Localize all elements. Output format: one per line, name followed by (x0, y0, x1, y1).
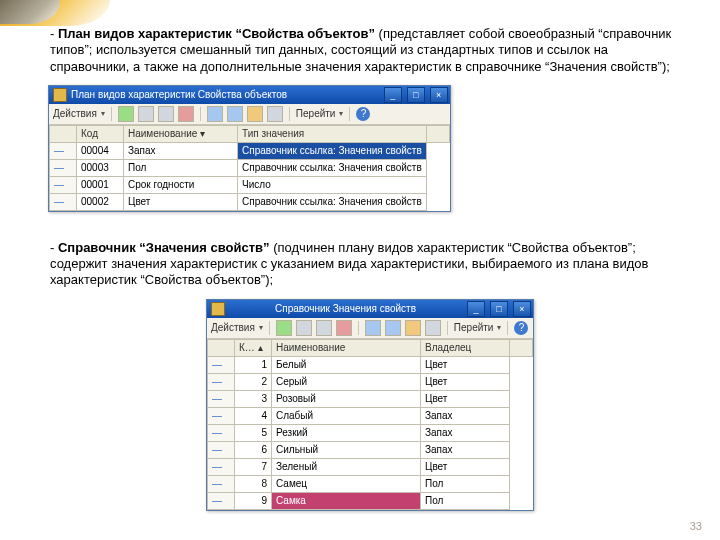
cell-type: Справочник ссылка: Значения свойств (238, 142, 427, 159)
minimize-button[interactable]: _ (384, 87, 402, 103)
cell-code: 2 (235, 373, 272, 390)
row-marker-icon: — (208, 373, 235, 390)
table-row[interactable]: —2СерыйЦвет (208, 373, 533, 390)
maximize-button[interactable]: □ (490, 301, 508, 317)
cell-name: Белый (272, 356, 421, 373)
view-icon[interactable] (247, 106, 263, 122)
app-icon (211, 302, 225, 316)
titlebar[interactable]: План видов характеристик Свойства объект… (49, 86, 450, 104)
table-row[interactable]: —1БелыйЦвет (208, 356, 533, 373)
delete-icon[interactable] (178, 106, 194, 122)
para2-title: Справочник “Значения свойств” (58, 240, 270, 255)
cell-name: Самец (272, 475, 421, 492)
col-owner[interactable]: Владелец (421, 339, 510, 356)
table-row[interactable]: —00004ЗапахСправочник ссылка: Значения с… (50, 142, 450, 159)
chevron-down-icon: ▾ (101, 109, 105, 118)
edit-icon[interactable] (138, 106, 154, 122)
cell-name: Розовый (272, 390, 421, 407)
cell-name: Зеленый (272, 458, 421, 475)
view-icon[interactable] (405, 320, 421, 336)
delete-icon[interactable] (336, 320, 352, 336)
toolbar: Действия ▾ Перейти ▾ ? (207, 318, 533, 339)
table-row[interactable]: —8СамецПол (208, 475, 533, 492)
cell-owner: Запах (421, 407, 510, 424)
cell-owner: Запах (421, 441, 510, 458)
row-marker-icon: — (208, 492, 235, 509)
col-name[interactable]: Наименование ▾ (124, 125, 238, 142)
scrollbar[interactable] (510, 339, 533, 356)
table-row[interactable]: —5РезкийЗапах (208, 424, 533, 441)
help-icon[interactable]: ? (514, 321, 528, 335)
cell-owner: Пол (421, 492, 510, 509)
filter-icon[interactable] (207, 106, 223, 122)
header-row: Код Наименование ▾ Тип значения (50, 125, 450, 142)
cell-owner: Цвет (421, 373, 510, 390)
col-name[interactable]: Наименование (272, 339, 421, 356)
chevron-down-icon: ▾ (497, 323, 501, 332)
hierarchy-icon[interactable] (365, 320, 381, 336)
row-marker-icon: — (50, 159, 77, 176)
cell-name: Сильный (272, 441, 421, 458)
table-row[interactable]: —4СлабыйЗапах (208, 407, 533, 424)
grid-plan-types[interactable]: Код Наименование ▾ Тип значения —00004За… (49, 125, 450, 211)
para1-title: План видов характеристик “Свойства объек… (58, 26, 375, 41)
row-marker-icon: — (50, 142, 77, 159)
cell-code: 00002 (77, 193, 124, 210)
window-values: Справочник Значения свойств _ □ × Действ… (206, 299, 534, 511)
sort-icon[interactable] (227, 106, 243, 122)
edit-icon[interactable] (296, 320, 312, 336)
toolbar: Действия ▾ Перейти ▾ ? (49, 104, 450, 125)
table-row[interactable]: —7ЗеленыйЦвет (208, 458, 533, 475)
refresh-icon[interactable] (425, 320, 441, 336)
col-code[interactable]: К… ▴ (235, 339, 272, 356)
col-code[interactable]: Код (77, 125, 124, 142)
add-icon[interactable] (276, 320, 292, 336)
row-marker-icon: — (50, 176, 77, 193)
grid-values[interactable]: К… ▴ Наименование Владелец —1БелыйЦвет—2… (207, 339, 533, 510)
cell-name: Срок годности (124, 176, 238, 193)
help-icon[interactable]: ? (356, 107, 370, 121)
cell-code: 00004 (77, 142, 124, 159)
paragraph-2: - Справочник “Значения свойств” (подчине… (50, 240, 690, 289)
filter-icon[interactable] (385, 320, 401, 336)
page-number: 33 (690, 520, 702, 532)
slide-content: - План видов характеристик “Свойства объ… (50, 26, 690, 511)
paragraph-1: - План видов характеристик “Свойства объ… (50, 26, 690, 75)
cell-owner: Цвет (421, 390, 510, 407)
scrollbar[interactable] (426, 125, 449, 142)
minimize-button[interactable]: _ (467, 301, 485, 317)
table-row[interactable]: —00003ПолСправочник ссылка: Значения сво… (50, 159, 450, 176)
refresh-icon[interactable] (267, 106, 283, 122)
cell-owner: Пол (421, 475, 510, 492)
actions-menu[interactable]: Действия (53, 108, 97, 119)
table-row[interactable]: —00001Срок годностиЧисло (50, 176, 450, 193)
maximize-button[interactable]: □ (407, 87, 425, 103)
jump-menu[interactable]: Перейти (296, 108, 336, 119)
cell-name: Пол (124, 159, 238, 176)
copy-icon[interactable] (316, 320, 332, 336)
table-row[interactable]: —9СамкаПол (208, 492, 533, 509)
close-button[interactable]: × (513, 301, 531, 317)
table-row[interactable]: —00002ЦветСправочник ссылка: Значения св… (50, 193, 450, 210)
cell-code: 00003 (77, 159, 124, 176)
cell-type: Справочник ссылка: Значения свойств (238, 159, 427, 176)
jump-menu[interactable]: Перейти (454, 322, 494, 333)
titlebar[interactable]: Справочник Значения свойств _ □ × (207, 300, 533, 318)
close-button[interactable]: × (430, 87, 448, 103)
cell-name: Самка (272, 492, 421, 509)
cell-owner: Цвет (421, 356, 510, 373)
cell-code: 3 (235, 390, 272, 407)
copy-icon[interactable] (158, 106, 174, 122)
cell-name: Запах (124, 142, 238, 159)
table-row[interactable]: —3РозовыйЦвет (208, 390, 533, 407)
cell-code: 9 (235, 492, 272, 509)
add-icon[interactable] (118, 106, 134, 122)
row-marker-icon: — (208, 458, 235, 475)
table-row[interactable]: —6СильныйЗапах (208, 441, 533, 458)
actions-menu[interactable]: Действия (211, 322, 255, 333)
col-type[interactable]: Тип значения (238, 125, 427, 142)
cell-code: 8 (235, 475, 272, 492)
row-marker-icon: — (208, 441, 235, 458)
row-marker-icon: — (208, 424, 235, 441)
cell-owner: Цвет (421, 458, 510, 475)
